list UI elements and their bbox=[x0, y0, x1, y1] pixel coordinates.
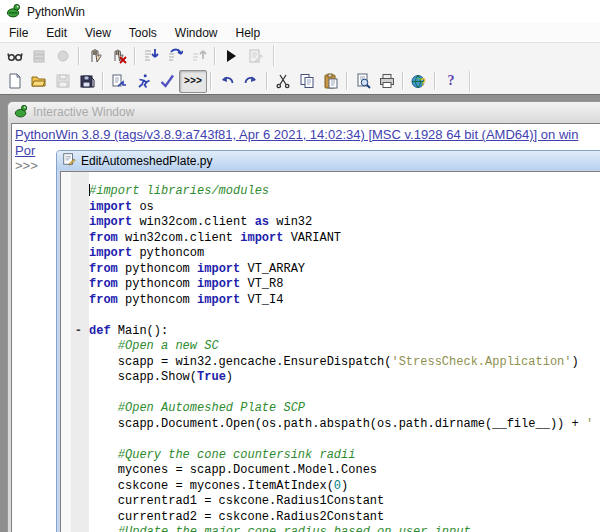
code-gutter bbox=[61, 510, 89, 526]
code-line: from win32com.client import VARIANT bbox=[61, 231, 600, 247]
toolbar-separator bbox=[134, 47, 136, 65]
code-line: scapp = win32.gencache.EnsureDispatch('S… bbox=[61, 355, 600, 371]
document-title-bar[interactable]: EditAutomeshedPlate.py bbox=[57, 151, 600, 170]
code-line: mycones = scapp.Document.Model.Cones bbox=[61, 463, 600, 479]
code-gutter bbox=[61, 339, 89, 355]
toolbar-separator bbox=[434, 72, 436, 90]
code-gutter bbox=[61, 401, 89, 417]
code-line: currentrad1 = cskcone.Radius1Constant bbox=[61, 494, 600, 510]
code-gutter bbox=[61, 246, 89, 262]
step-into-icon[interactable] bbox=[139, 44, 163, 67]
code-line: cskcone = mycones.ItemAtIndex(0) bbox=[61, 479, 600, 495]
toolbar-separator bbox=[214, 47, 216, 65]
code-gutter bbox=[61, 432, 89, 448]
document-window: EditAutomeshedPlate.py #import libraries… bbox=[56, 150, 600, 532]
code-line bbox=[61, 386, 600, 402]
app-title: PythonWin bbox=[27, 5, 85, 19]
undo-icon[interactable] bbox=[215, 70, 239, 93]
code-editor[interactable]: #import libraries/modulesimport osimport… bbox=[61, 172, 600, 532]
code-line: #Update the major cone radius based on u… bbox=[61, 525, 600, 532]
toolbar-separator bbox=[210, 72, 212, 90]
code-gutter bbox=[61, 525, 89, 532]
menu-tools[interactable]: Tools bbox=[120, 24, 166, 42]
code-line: import win32com.client as win32 bbox=[61, 215, 600, 231]
script-file-icon bbox=[62, 152, 76, 169]
code-line: scapp.Show(True) bbox=[61, 370, 600, 386]
interactive-window-title-bar[interactable]: Interactive Window bbox=[8, 102, 600, 122]
code-gutter bbox=[61, 417, 89, 433]
help-icon[interactable]: ? bbox=[439, 70, 463, 93]
toolbar-separator bbox=[102, 72, 104, 90]
open-folder-icon[interactable] bbox=[27, 70, 51, 93]
document-body: #import libraries/modulesimport osimport… bbox=[60, 171, 600, 532]
code-line: #import libraries/modules bbox=[61, 184, 600, 200]
menu-file[interactable]: File bbox=[0, 24, 37, 42]
import-module-icon[interactable] bbox=[107, 70, 131, 93]
menu-edit[interactable]: Edit bbox=[37, 24, 76, 42]
standard-toolbar: >>> bbox=[0, 68, 600, 95]
breakpoint-icon[interactable] bbox=[51, 44, 75, 67]
code-line: import os bbox=[61, 200, 600, 216]
cut-icon[interactable] bbox=[271, 70, 295, 93]
pythonwin-icon bbox=[14, 104, 28, 121]
menu-help[interactable]: Help bbox=[227, 24, 270, 42]
code-line: import pythoncom bbox=[61, 246, 600, 262]
menu-view[interactable]: View bbox=[76, 24, 120, 42]
new-document-icon[interactable] bbox=[3, 70, 27, 93]
print-preview-icon[interactable] bbox=[351, 70, 375, 93]
interactive-window-toggle[interactable]: >>> bbox=[179, 70, 207, 93]
interactive-window-title: Interactive Window bbox=[33, 105, 134, 119]
menu-window[interactable]: Window bbox=[166, 24, 227, 42]
code-gutter bbox=[61, 200, 89, 216]
code-gutter bbox=[61, 308, 89, 324]
code-line: #Open Automeshed Plate SCP bbox=[61, 401, 600, 417]
copy-icon[interactable] bbox=[295, 70, 319, 93]
toolbar-separator bbox=[346, 72, 348, 90]
fold-marker[interactable]: - bbox=[61, 324, 89, 340]
code-line bbox=[61, 432, 600, 448]
code-line: from pythoncom import VT_I4 bbox=[61, 293, 600, 309]
code-gutter bbox=[61, 463, 89, 479]
code-gutter bbox=[61, 231, 89, 247]
close-debugger-hand-icon[interactable] bbox=[107, 44, 131, 67]
paste-icon[interactable] bbox=[319, 70, 343, 93]
code-line: currentrad2 = cskcone.Radius2Constant bbox=[61, 510, 600, 526]
menu-bar: File Edit View Tools Window Help bbox=[0, 23, 600, 43]
code-gutter bbox=[61, 184, 89, 200]
python-version-banner: PythonWin 3.8.9 (tags/v3.8.9:a743f81, Ap… bbox=[15, 127, 600, 143]
go-run-icon[interactable] bbox=[219, 44, 243, 67]
code-gutter bbox=[61, 355, 89, 371]
save-all-icon[interactable] bbox=[75, 70, 99, 93]
interactive-window-body[interactable]: PythonWin 3.8.9 (tags/v3.8.9:a743f81, Ap… bbox=[11, 123, 600, 532]
stack-view-icon[interactable] bbox=[27, 44, 51, 67]
code-gutter bbox=[61, 479, 89, 495]
save-icon[interactable] bbox=[51, 70, 75, 93]
toolbar-band-end bbox=[273, 45, 275, 66]
web-help-icon[interactable]: ? bbox=[407, 70, 431, 93]
edit-disabled-icon[interactable] bbox=[243, 44, 267, 67]
code-line: from pythoncom import VT_ARRAY bbox=[61, 262, 600, 278]
toolbar-separator bbox=[266, 72, 268, 90]
pythonwin-icon bbox=[6, 3, 21, 21]
code-line: from pythoncom import VT_R8 bbox=[61, 277, 600, 293]
code-gutter bbox=[61, 262, 89, 278]
code-line bbox=[61, 308, 600, 324]
code-gutter bbox=[61, 277, 89, 293]
step-out-icon[interactable] bbox=[187, 44, 211, 67]
step-hand-icon[interactable] bbox=[83, 44, 107, 67]
app-title-bar[interactable]: PythonWin bbox=[0, 0, 600, 23]
step-over-icon[interactable] bbox=[163, 44, 187, 67]
code-line: #Query the cone countersink radii bbox=[61, 448, 600, 464]
redo-icon[interactable] bbox=[239, 70, 263, 93]
check-code-icon[interactable] bbox=[155, 70, 179, 93]
print-icon[interactable] bbox=[375, 70, 399, 93]
code-lines: #import libraries/modulesimport osimport… bbox=[61, 184, 600, 532]
document-title: EditAutomeshedPlate.py bbox=[81, 154, 212, 168]
mdi-client-area: Interactive Window PythonWin 3.8.9 (tags… bbox=[0, 94, 600, 532]
code-gutter bbox=[61, 215, 89, 231]
code-gutter bbox=[61, 494, 89, 510]
code-gutter bbox=[61, 448, 89, 464]
run-script-icon[interactable] bbox=[131, 70, 155, 93]
watch-glasses-icon[interactable] bbox=[3, 44, 27, 67]
toolbar-separator bbox=[402, 72, 404, 90]
